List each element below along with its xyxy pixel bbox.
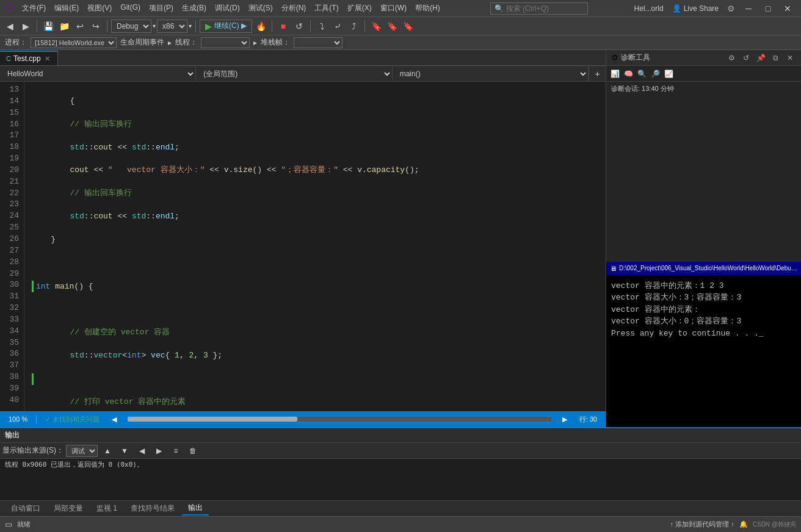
diag-chart-btn[interactable]: 📈 <box>662 68 675 79</box>
toolbar-save[interactable]: 💾 <box>41 19 56 34</box>
sep5 <box>310 20 311 32</box>
tab-watch1[interactable]: 监视 1 <box>90 502 123 516</box>
output-up-btn[interactable]: ▲ <box>100 444 115 458</box>
menu-git[interactable]: Git(G) <box>117 2 144 15</box>
tab-find-symbol[interactable]: 查找符号结果 <box>125 502 181 516</box>
toolbar-undo[interactable]: ↩ <box>73 19 87 34</box>
bottom-bar: ▭ 就绪 ↑ 添加到源代码管理 ↑ 🔔 CSDN @韩骎亮 <box>0 516 801 532</box>
menu-view[interactable]: 视图(V) <box>84 2 115 15</box>
scroll-left[interactable]: ◀ <box>108 411 120 427</box>
menu-help[interactable]: 帮助(H) <box>411 2 444 15</box>
zoom-level[interactable]: 100 % <box>5 411 31 427</box>
scroll-right[interactable]: ▶ <box>559 411 571 427</box>
menu-debug[interactable]: 调试(D) <box>211 2 244 15</box>
diag-pin-btn[interactable]: 📌 <box>755 52 767 63</box>
tab-close-button[interactable]: ✕ <box>43 55 51 63</box>
editor-expand-button[interactable]: + <box>589 66 606 81</box>
output-title: 输出 <box>5 430 20 440</box>
output-clear-btn[interactable]: 🗑 <box>186 444 200 458</box>
add-source-control[interactable]: ↑ 添加到源代码管理 ↑ <box>670 520 734 529</box>
process-select[interactable]: [15812] HelloWorld.exe <box>31 37 117 48</box>
diag-close-btn[interactable]: ✕ <box>784 52 796 63</box>
menu-file[interactable]: 文件(F) <box>18 2 49 15</box>
search-box[interactable]: 🔍 <box>490 2 588 15</box>
output-source-select[interactable]: 调试 <box>66 445 98 457</box>
continue-label: 继续(C) ▶ <box>214 21 247 31</box>
scope-dropdown-3[interactable]: main() <box>393 66 589 81</box>
no-issues-badge[interactable]: ✓ 未找到相关问题 <box>42 411 103 427</box>
search-input[interactable] <box>506 4 573 13</box>
menu-edit[interactable]: 编辑(E) <box>51 2 82 15</box>
scope-dropdown-1[interactable]: HelloWorld <box>0 66 196 81</box>
code-line-19: } <box>32 234 606 246</box>
stop-button[interactable]: ■ <box>276 19 291 34</box>
diag-refresh-btn[interactable]: ↺ <box>740 52 752 63</box>
restart-button[interactable]: ↺ <box>292 19 306 34</box>
toolbar-forward[interactable]: ▶ <box>18 19 33 34</box>
maximize-button[interactable]: □ <box>759 2 777 15</box>
toolbar-open[interactable]: 📁 <box>57 19 71 34</box>
scope-dropdown-2[interactable]: (全局范围) <box>196 66 392 81</box>
diag-cpu-btn[interactable]: 📊 <box>609 68 621 79</box>
code-line-23: // 创建空的 vector 容器 <box>32 327 606 339</box>
menu-test[interactable]: 测试(S) <box>245 2 277 15</box>
tab-auto-window[interactable]: 自动窗口 <box>5 502 46 516</box>
editor-dropdowns: HelloWorld (全局范围) main() + <box>0 66 606 82</box>
menu-bar: 文件(F) 编辑(E) 视图(V) Git(G) 项目(P) 生成(B) 调试(… <box>18 2 444 15</box>
diag-settings-btn[interactable]: ⚙ <box>725 52 738 63</box>
menu-tools[interactable]: 工具(T) <box>311 2 342 15</box>
code-content[interactable]: { // 输出回车换行 std::cout << std::endl; cout… <box>24 82 606 411</box>
tab-test-cpp[interactable]: C Test.cpp ✕ <box>0 51 58 65</box>
code-view[interactable]: 13 14 15 16 17 18 19 20 21 22 23 24 25 2… <box>0 82 606 411</box>
menu-window[interactable]: 窗口(W) <box>377 2 410 15</box>
output-down-btn[interactable]: ▼ <box>117 444 132 458</box>
console-title-bar: 🖥 D:\002_Project\006_Visual_Studio\Hello… <box>606 262 801 275</box>
step-over[interactable]: ⤵ <box>314 19 329 34</box>
debug-config-select[interactable]: Debug <box>111 20 151 33</box>
output-left-btn[interactable]: ◀ <box>134 444 149 458</box>
continue-button[interactable]: ▶ 继续(C) ▶ <box>200 20 252 33</box>
fire-button[interactable]: 🔥 <box>253 19 268 34</box>
toolbar-back[interactable]: ◀ <box>2 19 17 34</box>
console-title-icon: 🖥 <box>610 265 617 272</box>
cpp-file-icon: C <box>6 55 11 62</box>
diag-memory-btn[interactable]: 🧠 <box>622 68 634 79</box>
bookmark1[interactable]: 🔖 <box>369 19 383 34</box>
tab-local-vars[interactable]: 局部变量 <box>48 502 89 516</box>
diag-zoom-btn[interactable]: 🔎 <box>649 68 661 79</box>
output-wrap-btn[interactable]: ≡ <box>169 444 183 458</box>
console-line-4: vector 容器大小：0；容器容量：3 <box>611 315 796 328</box>
menu-extensions[interactable]: 扩展(X) <box>344 2 375 15</box>
editor-wrapper: C Test.cpp ✕ HelloWorld (全局范围) main() + <box>0 50 606 427</box>
console-line-2: vector 容器大小：3；容器容量：3 <box>611 292 796 304</box>
bell-icon[interactable]: 🔔 <box>739 520 748 528</box>
lifecycle-label: 生命周期事件 <box>120 37 164 48</box>
bookmark3[interactable]: 🔖 <box>400 19 415 34</box>
sep6 <box>364 20 365 32</box>
output-right-btn[interactable]: ▶ <box>151 444 166 458</box>
menu-build[interactable]: 生成(B) <box>178 2 210 15</box>
stack-select[interactable] <box>294 37 343 48</box>
sep1 <box>37 20 37 32</box>
close-button[interactable]: ✕ <box>779 2 796 15</box>
diagnostics-header: ⚙ 诊断工具 ⚙ ↺ 📌 ⧉ ✕ <box>606 50 801 66</box>
diag-search-btn[interactable]: 🔍 <box>636 68 648 79</box>
live-share-button[interactable]: 👤 Live Share <box>669 3 722 14</box>
step-out[interactable]: ⤴ <box>346 19 361 34</box>
platform-select[interactable]: x86 <box>157 20 187 33</box>
console-line-3: vector 容器中的元素： <box>611 304 796 316</box>
output-source-label: 显示输出来源(S)： <box>2 445 63 456</box>
tab-output[interactable]: 输出 <box>182 502 209 516</box>
toolbar: ◀ ▶ 💾 📁 ↩ ↪ Debug ▾ x86 ▾ ▶ 继续(C) ▶ 🔥 ■ … <box>0 17 801 35</box>
bookmark2[interactable]: 🔖 <box>385 19 399 34</box>
minimize-button[interactable]: ─ <box>740 2 757 15</box>
toolbar-redo[interactable]: ↪ <box>89 19 103 34</box>
menu-project[interactable]: 项目(P) <box>145 2 177 15</box>
gear-icon: ⚙ <box>611 53 618 62</box>
thread-select[interactable] <box>201 37 250 48</box>
diag-float-btn[interactable]: ⧉ <box>769 52 781 63</box>
line-col-indicator[interactable]: 行: 30 <box>576 411 601 427</box>
menu-analyze[interactable]: 分析(N) <box>278 2 310 15</box>
step-into[interactable]: ⤶ <box>330 19 345 34</box>
vs-logo: ⬡ <box>5 2 13 14</box>
